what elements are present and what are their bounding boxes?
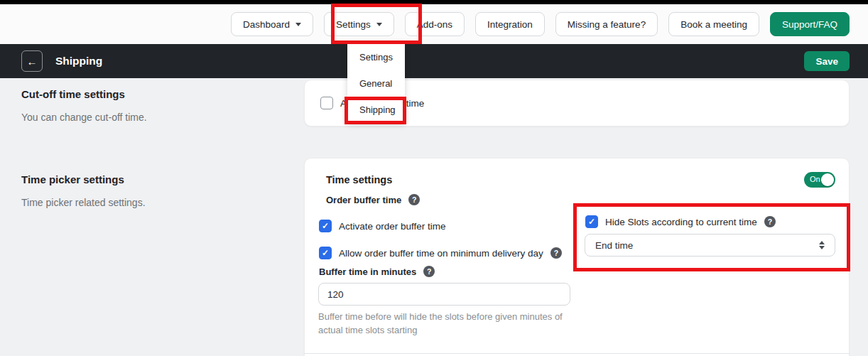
app-screen: Dashboard Settings Add-ons Integration M… bbox=[0, 0, 868, 356]
nav-settings-label: Settings bbox=[336, 19, 371, 30]
settings-dropdown-menu: Settings General Shipping bbox=[347, 44, 405, 123]
nav-settings-button[interactable]: Settings bbox=[324, 12, 394, 36]
buffer-minutes-input[interactable] bbox=[318, 283, 570, 306]
allow-buffer-label: Allow order buffer time on minimum deliv… bbox=[339, 248, 543, 259]
nav-missing-feature-button[interactable]: Missing a feature? bbox=[555, 12, 658, 36]
hide-slots-select-value: End time bbox=[595, 240, 633, 251]
activate-buffer-checkbox[interactable]: ✓ bbox=[319, 220, 332, 232]
hide-slots-select[interactable]: End time bbox=[585, 234, 835, 257]
toggle-knob bbox=[821, 173, 834, 186]
help-icon[interactable]: ? bbox=[764, 216, 776, 227]
select-arrows-icon bbox=[819, 241, 825, 249]
time-settings-toggle[interactable]: On bbox=[804, 172, 835, 188]
section-description-time-picker: Time picker related settings. bbox=[21, 197, 146, 208]
section-description-cutoff: You can change cut-off time. bbox=[21, 112, 147, 123]
allow-buffer-checkbox-row: ✓ Allow order buffer time on minimum del… bbox=[319, 247, 562, 259]
chevron-down-icon bbox=[376, 23, 382, 26]
nav-support-faq-button[interactable]: Support/FAQ bbox=[770, 12, 850, 36]
nav-missing-feature-label: Missing a feature? bbox=[568, 19, 646, 30]
nav-integration-button[interactable]: Integration bbox=[475, 12, 545, 36]
chevron-down-icon bbox=[295, 23, 301, 26]
activate-cutoff-checkbox[interactable] bbox=[320, 97, 333, 109]
allow-buffer-checkbox[interactable]: ✓ bbox=[319, 247, 332, 259]
toggle-on-label: On bbox=[810, 175, 820, 183]
hide-slots-checkbox[interactable]: ✓ bbox=[585, 215, 598, 228]
top-navigation-bar: Dashboard Settings Add-ons Integration M… bbox=[0, 4, 868, 44]
hide-slots-label: Hide Slots according to current time bbox=[605, 217, 757, 227]
buffer-minutes-label: Buffer time in minutes bbox=[319, 266, 416, 277]
nav-book-meeting-label: Book a meeting bbox=[680, 19, 747, 30]
arrow-left-icon: ← bbox=[27, 55, 38, 68]
nav-dashboard-button[interactable]: Dashboard bbox=[231, 12, 313, 36]
nav-addons-label: Add-ons bbox=[417, 19, 452, 30]
card-bottom-divider bbox=[304, 353, 850, 354]
nav-support-faq-label: Support/FAQ bbox=[782, 19, 837, 30]
order-buffer-time-label-row: Order buffer time ? bbox=[326, 194, 420, 205]
menu-item-general[interactable]: General bbox=[347, 70, 405, 97]
help-icon[interactable]: ? bbox=[550, 247, 562, 259]
activate-buffer-label: Activate order buffer time bbox=[339, 221, 446, 232]
menu-item-settings[interactable]: Settings bbox=[347, 44, 405, 70]
activate-buffer-checkbox-row: ✓ Activate order buffer time bbox=[319, 220, 446, 232]
nav-addons-button[interactable]: Add-ons bbox=[405, 12, 465, 36]
section-title-time-picker: Time picker settings bbox=[21, 173, 124, 185]
help-icon[interactable]: ? bbox=[408, 194, 420, 205]
hide-slots-checkbox-row: ✓ Hide Slots according to current time ? bbox=[585, 215, 776, 228]
page-header: ← Shipping Save bbox=[0, 44, 868, 78]
nav-integration-label: Integration bbox=[487, 19, 533, 30]
help-icon[interactable]: ? bbox=[423, 266, 435, 277]
page-title: Shipping bbox=[55, 55, 102, 68]
order-buffer-time-label: Order buffer time bbox=[326, 195, 401, 205]
back-button[interactable]: ← bbox=[21, 50, 43, 72]
nav-book-meeting-button[interactable]: Book a meeting bbox=[668, 12, 759, 36]
section-title-cutoff: Cut-off time settings bbox=[21, 88, 125, 100]
nav-dashboard-label: Dashboard bbox=[243, 19, 290, 30]
time-settings-title: Time settings bbox=[326, 174, 392, 185]
menu-item-shipping[interactable]: Shipping bbox=[347, 97, 405, 123]
buffer-minutes-label-row: Buffer time in minutes ? bbox=[319, 266, 435, 277]
save-button[interactable]: Save bbox=[804, 51, 850, 71]
buffer-minutes-hint: Buffer time before will hide the slots b… bbox=[318, 310, 575, 337]
